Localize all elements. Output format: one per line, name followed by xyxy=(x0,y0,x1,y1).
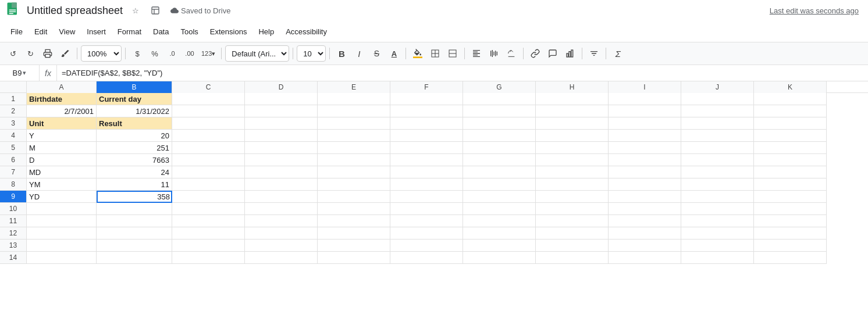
cell-2-F[interactable] xyxy=(390,105,463,117)
cell-13-H[interactable] xyxy=(536,240,609,252)
cell-7-E[interactable] xyxy=(318,166,390,178)
cell-11-F[interactable] xyxy=(390,215,463,227)
cell-11-G[interactable] xyxy=(463,215,536,227)
menu-file[interactable]: File xyxy=(5,25,29,38)
row-header-12[interactable]: 12 xyxy=(0,227,27,240)
halign-button[interactable] xyxy=(468,45,485,62)
strikethrough-button[interactable]: S xyxy=(368,45,385,62)
dec-decrease-button[interactable]: .0 xyxy=(164,45,180,62)
menu-format[interactable]: Format xyxy=(112,25,147,38)
cell-7-K[interactable] xyxy=(754,166,827,178)
cell-5-E[interactable] xyxy=(318,142,390,154)
cell-11-I[interactable] xyxy=(609,215,681,227)
cell-10-F[interactable] xyxy=(390,203,463,215)
cell-10-J[interactable] xyxy=(681,203,754,215)
cell-8-D[interactable] xyxy=(245,178,318,191)
cell-7-C[interactable] xyxy=(172,166,245,178)
cell-4-K[interactable] xyxy=(754,130,827,142)
cell-6-D[interactable] xyxy=(245,154,318,166)
row-header-2[interactable]: 2 xyxy=(0,105,27,117)
cell-9-J[interactable] xyxy=(681,191,754,203)
cell-14-C[interactable] xyxy=(172,252,245,264)
star-button[interactable]: ☆ xyxy=(127,2,144,19)
print-button[interactable] xyxy=(40,45,56,62)
menu-view[interactable]: View xyxy=(53,25,81,38)
cell-4-C[interactable] xyxy=(172,130,245,142)
col-header-f[interactable]: F xyxy=(390,81,463,93)
cell-1-A[interactable]: Birthdate xyxy=(27,93,97,105)
cell-9-I[interactable] xyxy=(609,191,681,203)
cell-9-B[interactable]: 358 xyxy=(97,191,172,203)
cell-9-E[interactable] xyxy=(318,191,390,203)
cell-13-B[interactable] xyxy=(97,240,172,252)
row-header-6[interactable]: 6 xyxy=(0,154,27,166)
cell-4-G[interactable] xyxy=(463,130,536,142)
italic-button[interactable]: I xyxy=(351,45,367,62)
cell-2-I[interactable] xyxy=(609,105,681,117)
col-header-i[interactable]: I xyxy=(609,81,681,93)
cell-12-G[interactable] xyxy=(463,227,536,240)
cell-5-I[interactable] xyxy=(609,142,681,154)
cell-7-H[interactable] xyxy=(536,166,609,178)
cell-9-D[interactable] xyxy=(245,191,318,203)
cell-5-B[interactable]: 251 xyxy=(97,142,172,154)
cell-14-H[interactable] xyxy=(536,252,609,264)
cell-ref-box[interactable]: B9 ▾ xyxy=(0,65,40,81)
cell-4-J[interactable] xyxy=(681,130,754,142)
cell-3-E[interactable] xyxy=(318,117,390,130)
cell-12-D[interactable] xyxy=(245,227,318,240)
cell-11-H[interactable] xyxy=(536,215,609,227)
cell-9-H[interactable] xyxy=(536,191,609,203)
row-header-9[interactable]: 9 xyxy=(0,191,27,203)
chart-button[interactable] xyxy=(562,45,578,62)
cell-4-H[interactable] xyxy=(536,130,609,142)
row-header-1[interactable]: 1 xyxy=(0,93,27,105)
cell-5-C[interactable] xyxy=(172,142,245,154)
cell-13-F[interactable] xyxy=(390,240,463,252)
cell-10-H[interactable] xyxy=(536,203,609,215)
cell-12-H[interactable] xyxy=(536,227,609,240)
cell-3-I[interactable] xyxy=(609,117,681,130)
menu-help[interactable]: Help xyxy=(252,25,280,38)
cell-8-A[interactable]: YM xyxy=(27,178,97,191)
col-header-g[interactable]: G xyxy=(463,81,536,93)
cell-1-E[interactable] xyxy=(318,93,390,105)
cell-6-K[interactable] xyxy=(754,154,827,166)
cell-1-J[interactable] xyxy=(681,93,754,105)
spreadsheet-title[interactable]: Untitled spreadsheet xyxy=(27,5,123,17)
cell-2-J[interactable] xyxy=(681,105,754,117)
cell-3-D[interactable] xyxy=(245,117,318,130)
paint-format-button[interactable] xyxy=(57,45,73,62)
menu-edit[interactable]: Edit xyxy=(29,25,53,38)
menu-extensions[interactable]: Extensions xyxy=(204,25,253,38)
underline-button[interactable]: A xyxy=(386,45,402,62)
cell-5-A[interactable]: M xyxy=(27,142,97,154)
cell-1-B[interactable]: Current day xyxy=(97,93,172,105)
col-header-d[interactable]: D xyxy=(245,81,318,93)
drive-button[interactable] xyxy=(147,2,163,19)
cell-8-B[interactable]: 11 xyxy=(97,178,172,191)
cell-13-K[interactable] xyxy=(754,240,827,252)
cell-2-B[interactable]: 1/31/2022 xyxy=(97,105,172,117)
col-header-h[interactable]: H xyxy=(536,81,609,93)
cell-8-I[interactable] xyxy=(609,178,681,191)
undo-button[interactable]: ↺ xyxy=(5,45,21,62)
cell-4-B[interactable]: 20 xyxy=(97,130,172,142)
menu-insert[interactable]: Insert xyxy=(81,25,112,38)
comment-button[interactable] xyxy=(545,45,561,62)
menu-data[interactable]: Data xyxy=(147,25,175,38)
cell-6-H[interactable] xyxy=(536,154,609,166)
cell-3-K[interactable] xyxy=(754,117,827,130)
cell-11-E[interactable] xyxy=(318,215,390,227)
cell-10-K[interactable] xyxy=(754,203,827,215)
cell-5-D[interactable] xyxy=(245,142,318,154)
cell-8-H[interactable] xyxy=(536,178,609,191)
cell-6-A[interactable]: D xyxy=(27,154,97,166)
cell-1-C[interactable] xyxy=(172,93,245,105)
cell-10-B[interactable] xyxy=(97,203,172,215)
cell-6-E[interactable] xyxy=(318,154,390,166)
cell-1-I[interactable] xyxy=(609,93,681,105)
cell-2-E[interactable] xyxy=(318,105,390,117)
cell-7-A[interactable]: MD xyxy=(27,166,97,178)
cell-12-I[interactable] xyxy=(609,227,681,240)
